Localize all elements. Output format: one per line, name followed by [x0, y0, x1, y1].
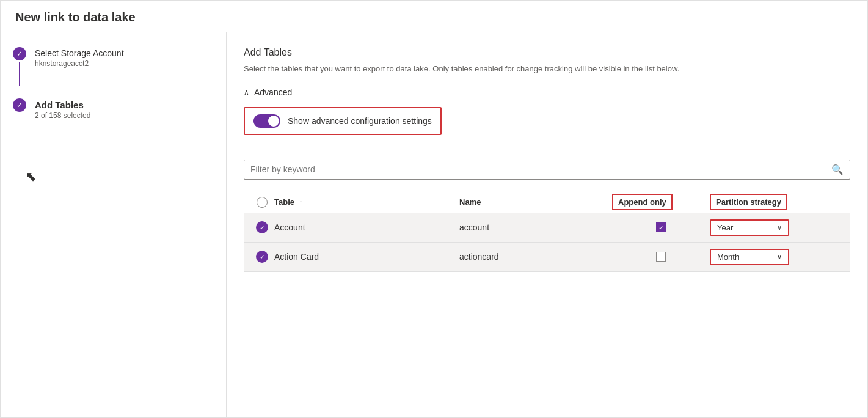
chevron-up-icon: ∧ — [244, 88, 249, 97]
toggle-label: Show advanced configuration settings — [288, 116, 432, 126]
row-actioncard-dropdown-arrow: ∨ — [777, 253, 782, 261]
th-partition-strategy: Partition strategy — [710, 197, 844, 207]
filter-row: 🔍 — [244, 160, 850, 180]
sidebar-step-select-storage: ✓ Select Storage Account hknstorageacct2 — [13, 47, 214, 86]
row-account-append-only-col: ✓ — [612, 222, 710, 232]
row-actioncard-append-only-col — [612, 252, 710, 262]
append-only-header-text: Append only — [612, 194, 673, 210]
toggle-row[interactable]: Show advanced configuration settings — [244, 107, 442, 135]
step-icon-area-1: ✓ — [13, 47, 26, 86]
step-2-subtitle: 2 of 158 selected — [35, 111, 90, 120]
page-container: New link to data lake ✓ Select Storage A… — [0, 0, 868, 418]
cursor-area: ⬉ — [13, 132, 214, 221]
toggle-switch[interactable] — [253, 114, 280, 128]
row-actioncard-partition-dropdown[interactable]: Month ∨ — [710, 249, 789, 265]
row-account-partition-dropdown[interactable]: Year ∨ — [710, 219, 789, 236]
step-1-check-icon: ✓ — [16, 50, 23, 58]
row-actioncard-append-only-checkbox[interactable] — [656, 252, 666, 262]
row-actioncard-partition-value: Month — [717, 252, 739, 262]
row-account-partition-col: Year ∨ — [710, 219, 844, 236]
step-icon-area-2: ✓ — [13, 98, 26, 112]
panel-description: Select the tables that you want to expor… — [244, 63, 850, 75]
row-actioncard-table-name: Action Card — [274, 252, 459, 262]
step-2-info: Add Tables 2 of 158 selected — [35, 98, 90, 120]
main-content: ✓ Select Storage Account hknstorageacct2… — [1, 32, 867, 417]
table-header: Table ↑ Name Append only Partition strat… — [244, 192, 850, 213]
row-actioncard-partition-col: Month ∨ — [710, 249, 844, 265]
toggle-thumb — [268, 116, 279, 127]
row-account-check[interactable]: ✓ — [256, 221, 268, 233]
step-2-check-icon: ✓ — [16, 101, 23, 109]
header-radio[interactable] — [257, 197, 268, 208]
table-row: ✓ Action Card actioncard Month ∨ — [244, 243, 850, 272]
step-1-info: Select Storage Account hknstorageacct2 — [35, 47, 124, 68]
th-radio — [250, 197, 274, 208]
toggle-row-wrapper: Show advanced configuration settings — [244, 107, 850, 147]
sidebar-step-add-tables: ✓ Add Tables 2 of 158 selected — [13, 98, 214, 120]
row-account-name: account — [459, 222, 612, 232]
cursor-icon: ⬉ — [25, 169, 36, 185]
row-account-table-name: Account — [274, 222, 459, 232]
step-1-circle: ✓ — [13, 47, 26, 61]
step-2-circle: ✓ — [13, 98, 26, 112]
step-1-subtitle: hknstorageacct2 — [35, 59, 124, 68]
checked-icon: ✓ — [658, 224, 664, 232]
filter-input[interactable] — [250, 164, 831, 174]
page-title: New link to data lake — [1, 1, 867, 32]
step-1-line — [19, 62, 20, 86]
table-container: Table ↑ Name Append only Partition strat… — [244, 192, 850, 272]
right-panel: Add Tables Select the tables that you wa… — [227, 32, 867, 417]
row-actioncard-name: actioncard — [459, 252, 612, 262]
advanced-header[interactable]: ∧ Advanced — [244, 87, 850, 97]
row-account-partition-value: Year — [717, 223, 733, 232]
th-table: Table ↑ — [274, 197, 459, 207]
advanced-label: Advanced — [254, 87, 292, 97]
row-account-dropdown-arrow: ∨ — [777, 224, 782, 232]
partition-header-text: Partition strategy — [710, 194, 787, 210]
sort-asc-icon: ↑ — [299, 199, 303, 206]
row-account-check-col: ✓ — [250, 221, 274, 233]
panel-section-title: Add Tables — [244, 47, 850, 58]
sidebar: ✓ Select Storage Account hknstorageacct2… — [1, 32, 227, 417]
th-append-only: Append only — [612, 197, 710, 207]
row-actioncard-check-col: ✓ — [250, 251, 274, 263]
th-name: Name — [459, 197, 612, 207]
step-1-title: Select Storage Account — [35, 48, 124, 58]
step-2-title: Add Tables — [35, 100, 90, 110]
table-row: ✓ Account account ✓ Year — [244, 213, 850, 243]
check-icon-2: ✓ — [260, 253, 265, 261]
row-account-append-only-checkbox[interactable]: ✓ — [656, 222, 666, 232]
row-actioncard-check[interactable]: ✓ — [256, 251, 268, 263]
search-icon: 🔍 — [831, 164, 844, 175]
check-icon: ✓ — [260, 224, 265, 232]
